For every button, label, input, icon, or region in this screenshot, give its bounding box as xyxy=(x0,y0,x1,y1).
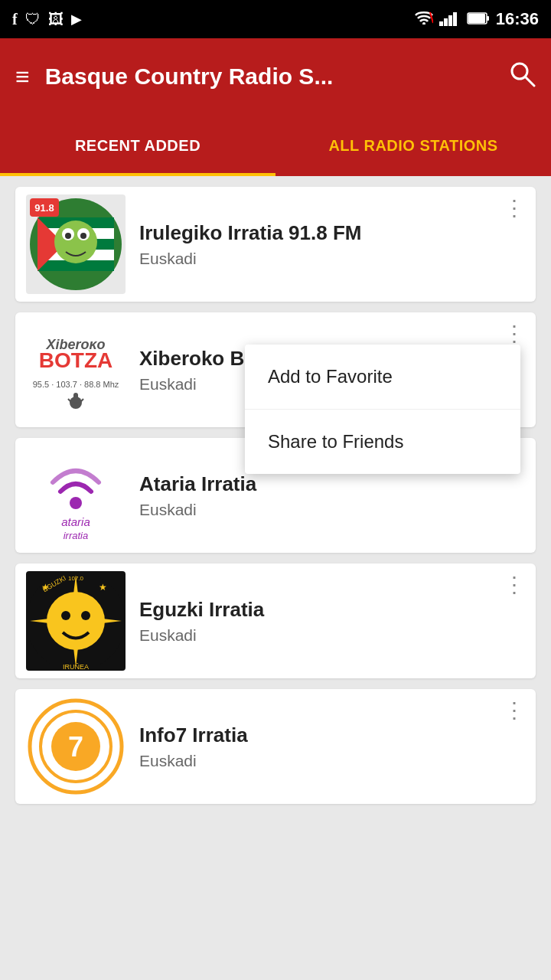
station-location-4: Euskadi xyxy=(139,626,525,645)
station-name-3: Ataria Irratia xyxy=(139,472,525,496)
tab-all-stations-label: ALL RADIO STATIONS xyxy=(328,137,497,155)
station-logo-3: ataria irratia xyxy=(26,446,126,545)
svg-point-43 xyxy=(81,611,90,620)
svg-text:107.0: 107.0 xyxy=(68,575,84,582)
station-location-3: Euskadi xyxy=(139,501,525,519)
station-info-3: Ataria Irratia Euskadi xyxy=(139,472,525,519)
status-icons-left: f 🛡 🖼 ▶ xyxy=(12,11,82,28)
svg-rect-7 xyxy=(487,16,489,21)
station-logo-2: Xiberoĸo BOTZA 95.5 · 103.7 · 88.8 Mhz xyxy=(26,320,126,420)
svg-point-0 xyxy=(422,22,425,24)
svg-rect-2 xyxy=(439,21,443,26)
station-name-4: Eguzki Irratia xyxy=(139,598,525,622)
station-info-4: Eguzki Irratia Euskadi xyxy=(139,598,525,645)
tab-bar: RECENT ADDED ALL RADIO STATIONS xyxy=(0,115,551,176)
station-location-1: Euskadi xyxy=(139,250,525,268)
station-name-5: Info7 Irratia xyxy=(139,724,525,747)
svg-text:7: 7 xyxy=(68,731,83,763)
svg-point-19 xyxy=(54,220,97,263)
image-icon: 🖼 xyxy=(48,11,64,28)
svg-text:91.8: 91.8 xyxy=(34,202,54,214)
station-info-5: Info7 Irratia Euskadi xyxy=(139,724,525,770)
svg-point-23 xyxy=(80,233,86,239)
tab-recent-added-label: RECENT ADDED xyxy=(75,137,201,155)
svg-rect-5 xyxy=(453,12,457,26)
facebook-icon: f xyxy=(12,11,18,28)
play-icon: ▶ xyxy=(71,11,82,28)
svg-text:95.5 · 103.7 · 88.8 Mhz: 95.5 · 103.7 · 88.8 Mhz xyxy=(33,380,119,389)
svg-text:IRUÑEA: IRUÑEA xyxy=(63,663,89,671)
station-name-1: Irulegiko Irratia 91.8 FM xyxy=(139,221,525,245)
context-menu: Add to Favorite Share to Friends xyxy=(245,345,520,474)
battery-icon xyxy=(467,11,490,28)
svg-point-22 xyxy=(65,233,71,239)
station-card-5[interactable]: 7 Info7 Irratia Euskadi ⋮ xyxy=(15,689,536,804)
svg-line-10 xyxy=(526,77,534,86)
svg-rect-4 xyxy=(448,15,452,26)
svg-point-33 xyxy=(70,497,82,509)
svg-point-42 xyxy=(61,611,70,620)
station-card-1[interactable]: 91.8 Irulegiko Irratia 91.8 FM Euskadi ⋮ xyxy=(15,187,536,302)
more-options-icon-5[interactable]: ⋮ xyxy=(504,700,525,721)
station-logo-1: 91.8 xyxy=(26,194,126,294)
tab-all-stations[interactable]: ALL RADIO STATIONS xyxy=(276,115,551,176)
station-card-4[interactable]: ★ ★ EGUZKI 107.0 IRUÑEA Eguzki Irratia E… xyxy=(15,564,536,678)
shield-icon: 🛡 xyxy=(25,11,41,28)
svg-text:irratia: irratia xyxy=(64,530,89,541)
svg-text:BOTZA: BOTZA xyxy=(39,348,112,372)
content-area: 91.8 Irulegiko Irratia 91.8 FM Euskadi ⋮… xyxy=(0,176,551,980)
app-title: Basque Country Radio S... xyxy=(45,64,493,90)
svg-rect-8 xyxy=(468,14,485,23)
context-menu-add-favorite[interactable]: Add to Favorite xyxy=(245,345,520,410)
menu-icon[interactable]: ≡ xyxy=(15,63,30,91)
svg-point-37 xyxy=(47,592,105,650)
status-bar: f 🛡 🖼 ▶ 16:36 xyxy=(0,0,551,38)
more-options-icon-1[interactable]: ⋮ xyxy=(504,198,525,219)
signal-icon xyxy=(439,11,461,28)
tab-recent-added[interactable]: RECENT ADDED xyxy=(0,115,276,176)
more-options-icon-4[interactable]: ⋮ xyxy=(504,574,525,596)
station-logo-4: ★ ★ EGUZKI 107.0 IRUÑEA xyxy=(26,571,126,671)
station-location-5: Euskadi xyxy=(139,752,525,770)
svg-text:★: ★ xyxy=(99,582,107,593)
status-icons-right: 16:36 xyxy=(415,9,539,29)
toolbar: ≡ Basque Country Radio S... xyxy=(0,38,551,115)
svg-text:ataria: ataria xyxy=(61,515,90,528)
search-icon[interactable] xyxy=(508,60,536,93)
station-info-1: Irulegiko Irratia 91.8 FM Euskadi xyxy=(139,221,525,268)
wifi-icon xyxy=(415,11,433,28)
more-options-icon-2[interactable]: ⋮ xyxy=(504,323,525,345)
context-menu-share-friends[interactable]: Share to Friends xyxy=(245,410,520,474)
svg-rect-31 xyxy=(73,393,78,403)
svg-rect-3 xyxy=(444,18,448,26)
station-logo-5: 7 xyxy=(26,697,126,796)
status-time: 16:36 xyxy=(496,9,539,29)
